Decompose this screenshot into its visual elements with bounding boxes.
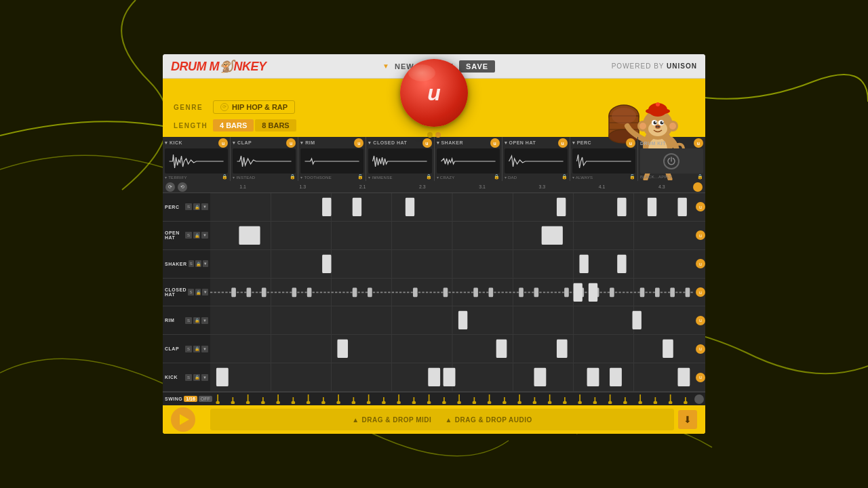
- seq-loop-btn[interactable]: ⟲: [178, 182, 187, 192]
- clap-arrow-btn[interactable]: ▼: [201, 346, 208, 352]
- svg-rect-59: [322, 255, 331, 273]
- closedhat-s-btn[interactable]: S: [188, 289, 194, 296]
- swing-label-area: SWING 1/16 OFF: [163, 396, 210, 402]
- genre-button[interactable]: ⟳ HIP HOP & RAP: [213, 100, 295, 114]
- clap-grid: [210, 335, 694, 363]
- svg-rect-126: [443, 368, 456, 386]
- openhat-lock-btn[interactable]: 🔒: [193, 232, 200, 239]
- rim-grid: [210, 306, 694, 334]
- wave-channel-kick: ▾ KICK u ▾ TERRIFY 🔒: [163, 137, 231, 181]
- groove-dropdown-arrow[interactable]: ▼: [382, 62, 389, 70]
- seq-reset-btn[interactable]: ⟳: [165, 182, 175, 192]
- kick-arrow-btn[interactable]: ▼: [201, 374, 208, 381]
- svg-rect-127: [534, 368, 546, 386]
- clap-s-btn[interactable]: S: [185, 346, 192, 352]
- wave-channel-drumkit: DRUM KIT u BLACK...APPLY 🔒: [638, 137, 705, 181]
- swing-side-btn[interactable]: [694, 394, 704, 404]
- clap-lock-btn[interactable]: 🔒: [193, 346, 200, 352]
- genre-icon: ⟳: [220, 103, 229, 111]
- svg-rect-75: [307, 287, 312, 297]
- perc-side-btn[interactable]: u: [696, 202, 705, 211]
- closedhat-lock-btn[interactable]: 🔒: [195, 289, 201, 296]
- closedhat-waveform: [368, 148, 431, 174]
- svg-rect-80: [473, 287, 478, 297]
- perc-s-btn[interactable]: S: [185, 203, 192, 210]
- rim-s-btn[interactable]: S: [185, 317, 192, 324]
- svg-rect-77: [368, 287, 372, 297]
- drop-zone[interactable]: ▲ DRAG & DROP MIDI ▲ DRAG & DROP AUDIO: [210, 409, 674, 430]
- closedhat-arrow-btn[interactable]: ▼: [202, 289, 208, 296]
- svg-rect-78: [413, 287, 418, 297]
- power-button[interactable]: [663, 153, 679, 169]
- 4-bars-button[interactable]: 4 BARS: [213, 119, 254, 131]
- svg-rect-72: [247, 287, 252, 297]
- svg-rect-113: [496, 340, 507, 358]
- genre-label: GENRE: [174, 104, 208, 111]
- perc-arrow-btn[interactable]: ▼: [201, 203, 208, 210]
- perc-grid: [210, 193, 694, 221]
- top-section: GENRE ⟳ HIP HOP & RAP LENGTH 4 BARS 8 BA…: [163, 79, 705, 137]
- closedhat-side-btn[interactable]: u: [696, 287, 705, 297]
- shaker-s-btn[interactable]: S: [189, 260, 194, 267]
- perc-unison-btn[interactable]: u: [626, 138, 635, 148]
- svg-point-22: [658, 126, 659, 127]
- svg-point-16: [654, 121, 657, 125]
- closedhat-unison-btn[interactable]: u: [422, 138, 432, 148]
- header-right-btn[interactable]: [693, 182, 703, 192]
- openhat-s-btn[interactable]: S: [185, 232, 192, 239]
- svg-rect-39: [648, 198, 656, 216]
- 8-bars-button[interactable]: 8 BARS: [255, 119, 296, 131]
- download-button[interactable]: ⬇: [678, 410, 697, 429]
- generate-button[interactable]: u: [400, 59, 468, 127]
- waveform-strip: ▾ KICK u ▾ TERRIFY 🔒 ▾ CLAP u: [163, 137, 705, 181]
- seq-row-closedhat: CLOSED HAT S 🔒 ▼: [163, 279, 705, 307]
- seq-transport-controls: ⟳ ⟲: [165, 182, 213, 192]
- kick-unison-btn[interactable]: u: [218, 138, 228, 148]
- shaker-side-btn[interactable]: u: [696, 259, 705, 268]
- play-button[interactable]: [171, 407, 195, 432]
- svg-point-164: [457, 401, 461, 405]
- drumkit-unison-btn[interactable]: u: [694, 138, 703, 148]
- svg-point-176: [548, 401, 552, 405]
- kick-s-btn[interactable]: S: [185, 374, 192, 381]
- shaker-unison-btn[interactable]: u: [490, 138, 500, 148]
- openhat-unison-btn[interactable]: u: [558, 138, 568, 148]
- drumkit-power[interactable]: [640, 148, 703, 174]
- svg-rect-49: [239, 226, 260, 245]
- rim-unison-btn[interactable]: u: [354, 138, 363, 148]
- ruler-1-3: 1.3: [273, 184, 332, 189]
- svg-point-178: [563, 401, 567, 405]
- rim-waveform: [300, 148, 363, 174]
- openhat-arrow-btn[interactable]: ▼: [201, 232, 208, 239]
- rim-lock-btn[interactable]: 🔒: [193, 317, 200, 324]
- svg-rect-114: [557, 340, 568, 358]
- svg-point-134: [231, 401, 235, 405]
- svg-rect-71: [231, 287, 236, 297]
- kick-waveform: [165, 148, 228, 174]
- svg-point-18: [655, 121, 656, 123]
- kick-side-btn[interactable]: u: [696, 373, 705, 382]
- perc-lock-btn[interactable]: 🔒: [193, 203, 200, 210]
- shaker-arrow-btn[interactable]: ▼: [203, 260, 208, 267]
- swing-value-btn[interactable]: 1/16: [184, 396, 197, 402]
- svg-point-160: [427, 401, 431, 405]
- rim-arrow-btn[interactable]: ▼: [201, 317, 208, 324]
- clap-unison-btn[interactable]: u: [286, 138, 296, 148]
- main-area: GENRE ⟳ HIP HOP & RAP LENGTH 4 BARS 8 BA…: [163, 79, 705, 434]
- drag-audio-label: ▲ DRAG & DROP AUDIO: [445, 416, 532, 424]
- svg-rect-60: [579, 255, 588, 273]
- svg-rect-36: [406, 198, 414, 216]
- svg-rect-125: [428, 368, 440, 386]
- kick-lock-btn[interactable]: 🔒: [193, 374, 200, 381]
- shaker-lock-btn[interactable]: 🔒: [195, 260, 201, 267]
- svg-point-182: [593, 401, 597, 405]
- rim-side-btn[interactable]: u: [696, 316, 705, 325]
- wave-channel-open-hat: ▾ OPEN HAT u ▾ DAD 🔒: [502, 137, 570, 181]
- clap-side-btn[interactable]: u: [696, 344, 705, 354]
- svg-rect-115: [663, 340, 673, 358]
- openhat-side-btn[interactable]: u: [696, 230, 705, 240]
- svg-point-142: [292, 401, 296, 405]
- wave-channel-closed-hat: ▾ CLOSED HAT u ▾ IMMENSE 🔒: [366, 137, 434, 181]
- ruler-3-3: 3.3: [512, 184, 572, 189]
- svg-point-180: [578, 401, 582, 405]
